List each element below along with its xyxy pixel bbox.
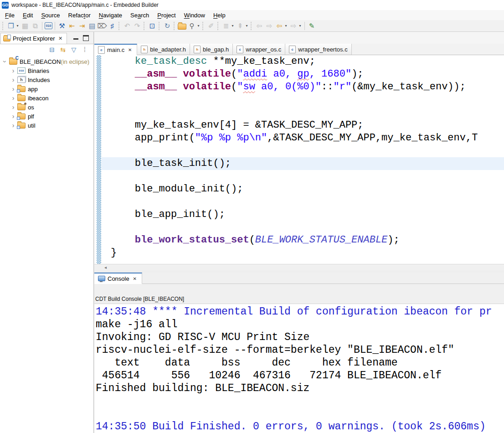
new-wizard-icon[interactable]: ❐ bbox=[6, 21, 15, 31]
console-line: 14:35:50 Build Finished. 0 errors, 0 war… bbox=[96, 420, 504, 433]
tab-ble-adapter-h[interactable]: h ble_adapter.h bbox=[137, 44, 190, 55]
prev-annotation-icon[interactable]: ⇞ bbox=[236, 21, 245, 31]
console-panel: Console CDT Build Console [BLE_IBEACON] … bbox=[94, 273, 504, 433]
forward-icon[interactable]: ⇨ bbox=[265, 21, 274, 31]
save-all-icon[interactable]: ⧉ bbox=[31, 21, 40, 31]
embedded-builder-window: { "window": { "app_icon": "GD", "title":… bbox=[0, 0, 504, 433]
binaries-icon bbox=[17, 67, 26, 74]
build-icon[interactable]: ⚒ bbox=[57, 21, 67, 31]
forward-history-dropdown-icon[interactable]: ▾ bbox=[298, 21, 302, 31]
search-dropdown-icon[interactable]: ▾ bbox=[196, 21, 201, 31]
menu-window[interactable]: Window bbox=[180, 11, 209, 20]
tab-console[interactable]: Console bbox=[94, 273, 142, 284]
forward-history-icon[interactable]: ⇨ bbox=[289, 21, 298, 31]
console-icon bbox=[98, 276, 105, 281]
view-window-buttons bbox=[73, 35, 93, 44]
back-history-dropdown-icon[interactable]: ▾ bbox=[284, 21, 288, 31]
tab-project-explorer[interactable]: Project Explorer bbox=[0, 33, 67, 44]
tab-label: ble_adapter.h bbox=[150, 46, 186, 53]
menu-file[interactable]: File bbox=[1, 11, 19, 20]
undo-icon[interactable]: ↶ bbox=[123, 21, 132, 31]
main-toolbar: ❐▾▦⧉010⚒⇤⇥▤⌦♯↶↷⊡↻⚲▾✐≣▾⇞▾⇦⇨⇦▾⇨▾✎ bbox=[0, 20, 504, 32]
search-icon[interactable]: ⚲ bbox=[187, 21, 196, 31]
close-icon[interactable] bbox=[127, 46, 133, 53]
menubar: FileEditSourceRefactorNavigateSearchProj… bbox=[0, 10, 504, 20]
folder-icon bbox=[17, 104, 26, 110]
console-output[interactable]: 14:35:48 **** Incremental Build of confi… bbox=[94, 304, 504, 433]
filter-icon[interactable]: ▽ bbox=[70, 46, 78, 54]
twistie-icon[interactable] bbox=[10, 113, 16, 120]
toolbar-grip bbox=[2, 22, 5, 30]
redo-icon[interactable]: ↷ bbox=[133, 21, 142, 31]
prev-annotation-dropdown-icon[interactable]: ▾ bbox=[245, 21, 249, 31]
format-brush-icon[interactable]: ✐ bbox=[206, 21, 216, 31]
scroll-left-icon[interactable] bbox=[104, 265, 107, 270]
close-icon[interactable] bbox=[57, 36, 63, 42]
twistie-icon[interactable] bbox=[10, 76, 16, 83]
code-editor[interactable]: ke_task_desc **my_ke_task_env; __asm__ v… bbox=[94, 55, 504, 264]
binary-file-icon[interactable]: 010 bbox=[45, 22, 52, 29]
menu-help[interactable]: Help bbox=[209, 11, 230, 20]
editor-top-strip bbox=[94, 32, 504, 44]
twistie-icon[interactable] bbox=[10, 67, 16, 74]
twistie-icon[interactable] bbox=[10, 122, 16, 129]
refresh-icon[interactable]: ↻ bbox=[163, 21, 172, 31]
menu-project[interactable]: Project bbox=[153, 11, 180, 20]
tree-item-binaries[interactable]: Binaries bbox=[0, 66, 93, 75]
twistie-icon[interactable] bbox=[10, 103, 16, 111]
tab-main-c[interactable]: c main.c bbox=[94, 44, 137, 55]
tab-wrapper-freertos-c[interactable]: c wrapper_freertos.c bbox=[285, 44, 351, 55]
tree-item-app[interactable]: app bbox=[0, 84, 93, 93]
view-menu-icon[interactable]: ⁞ bbox=[81, 46, 89, 54]
save-icon[interactable]: ▦ bbox=[21, 21, 30, 31]
minimize-icon[interactable] bbox=[73, 37, 78, 40]
code-line bbox=[102, 170, 504, 183]
next-annotation-dropdown-icon[interactable]: ▾ bbox=[231, 21, 235, 31]
menu-navigate[interactable]: Navigate bbox=[95, 11, 126, 20]
menu-refactor[interactable]: Refactor bbox=[64, 11, 95, 20]
editor-horizontal-scrollbar[interactable] bbox=[94, 264, 504, 271]
tree-item-ibeacon[interactable]: ibeacon bbox=[0, 93, 93, 103]
menu-edit[interactable]: Edit bbox=[19, 11, 37, 20]
collapse-all-icon[interactable]: ⊟ bbox=[48, 46, 56, 54]
open-element-icon[interactable] bbox=[178, 24, 186, 30]
toolbar-grip bbox=[217, 22, 220, 30]
tree-item-plf[interactable]: plf bbox=[0, 112, 93, 121]
tab-label: wrapper_os.c bbox=[246, 46, 281, 53]
code-line: ble_app_init(); bbox=[102, 208, 504, 221]
code-line bbox=[102, 93, 504, 106]
next-annotation-icon[interactable]: ≣ bbox=[221, 21, 231, 31]
clean-icon[interactable]: ⌦ bbox=[98, 21, 107, 31]
flash-forward-icon[interactable]: ⇥ bbox=[77, 21, 87, 31]
tree-item-ble-ibeacon[interactable]: BLE_IBEACON (in eclipse) bbox=[0, 57, 93, 66]
tab-label: ble_gap.h bbox=[203, 46, 229, 53]
console-line: text data bss dec hex filename bbox=[96, 356, 504, 369]
back-history-icon[interactable]: ⇦ bbox=[275, 21, 284, 31]
tab-label: Project Explorer bbox=[13, 35, 55, 42]
tab-ble-gap-h[interactable]: h ble_gap.h bbox=[190, 44, 233, 55]
tree-item-includes[interactable]: Includes bbox=[0, 75, 93, 84]
tree-item-os[interactable]: os bbox=[0, 103, 93, 112]
code-line: __asm__ volatile("addi a0, gp, 1680"); bbox=[102, 68, 504, 81]
sliders-icon[interactable]: ♯ bbox=[108, 21, 117, 31]
tree-item-util[interactable]: util bbox=[0, 121, 93, 130]
titlebar: GD workspace - BLE_IBEACON/app/main.c - … bbox=[0, 0, 504, 10]
new-dropdown-icon[interactable]: ▾ bbox=[15, 21, 20, 31]
debug-screen-icon[interactable]: ▤ bbox=[87, 21, 97, 31]
twistie-icon[interactable] bbox=[1, 58, 9, 65]
open-console-icon[interactable]: ⊡ bbox=[148, 21, 157, 31]
source-folder-icon bbox=[17, 113, 26, 119]
flash-back-icon[interactable]: ⇤ bbox=[67, 21, 77, 31]
last-edit-location-icon[interactable]: ✎ bbox=[307, 21, 316, 31]
code-line: ke_task_desc **my_ke_task_env; bbox=[102, 55, 504, 68]
twistie-icon[interactable] bbox=[10, 85, 16, 93]
menu-search[interactable]: Search bbox=[126, 11, 153, 20]
twistie-icon[interactable] bbox=[10, 94, 16, 102]
menu-source[interactable]: Source bbox=[37, 11, 64, 20]
project-tree[interactable]: BLE_IBEACON (in eclipse) Binaries Includ… bbox=[0, 55, 93, 433]
back-icon[interactable]: ⇦ bbox=[255, 21, 264, 31]
maximize-icon[interactable] bbox=[83, 35, 89, 41]
tab-wrapper-os-c[interactable]: c wrapper_os.c bbox=[233, 44, 285, 55]
close-icon[interactable] bbox=[132, 275, 138, 282]
link-editor-icon[interactable]: ⇆ bbox=[59, 46, 67, 54]
